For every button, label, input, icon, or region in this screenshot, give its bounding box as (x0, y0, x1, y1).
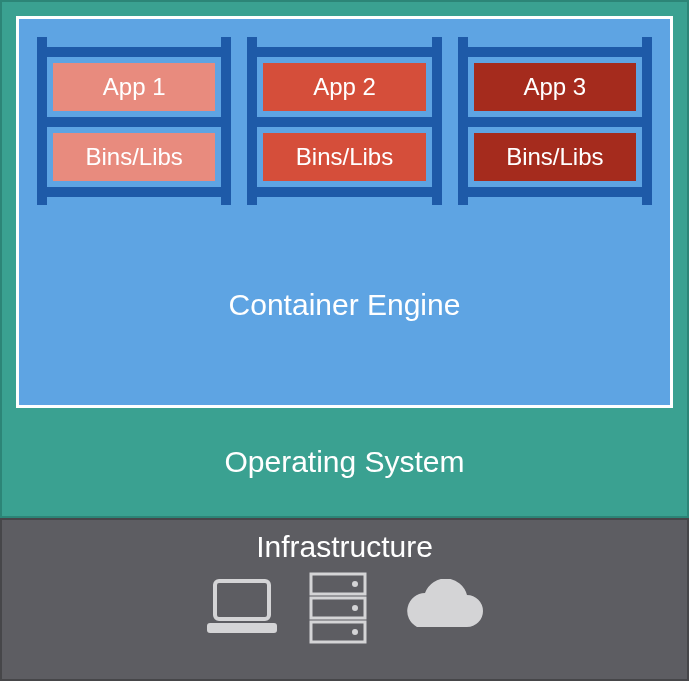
container-engine-box: App 1 Bins/Libs App 2 Bins/Libs App 3 (16, 16, 673, 408)
engine-label-area: Container Engine (37, 205, 652, 405)
rack-shelf-icon (37, 187, 231, 197)
operating-system-layer: App 1 Bins/Libs App 2 Bins/Libs App 3 (0, 0, 689, 518)
libs-block: Bins/Libs (263, 133, 425, 181)
rack-shelf-icon (458, 187, 652, 197)
infrastructure-layer: Infrastructure (0, 518, 689, 681)
app-block: App 2 (263, 63, 425, 111)
operating-system-label: Operating System (224, 445, 464, 479)
app-label: App 3 (523, 73, 586, 101)
app-block: App 3 (474, 63, 636, 111)
os-label-area: Operating System (16, 408, 673, 516)
rack-shelf-icon (247, 187, 441, 197)
infrastructure-label: Infrastructure (256, 530, 433, 564)
rack-shelf-icon (247, 117, 441, 127)
laptop-icon (203, 577, 281, 639)
rack-rail-icon (642, 37, 652, 205)
app-label: App 2 (313, 73, 376, 101)
rack-rail-icon (221, 37, 231, 205)
container-row: App 1 Bins/Libs App 2 Bins/Libs App 3 (37, 37, 652, 205)
libs-block: Bins/Libs (474, 133, 636, 181)
libs-label: Bins/Libs (506, 143, 603, 171)
container-3: App 3 Bins/Libs (458, 37, 652, 205)
server-icon (309, 572, 367, 644)
svg-rect-1 (207, 623, 277, 633)
container-2: App 2 Bins/Libs (247, 37, 441, 205)
rack-shelf-icon (37, 47, 231, 57)
container-1: App 1 Bins/Libs (37, 37, 231, 205)
rack-rail-icon (247, 37, 257, 205)
app-label: App 1 (103, 73, 166, 101)
libs-label: Bins/Libs (85, 143, 182, 171)
svg-rect-0 (215, 581, 269, 619)
rack-shelf-icon (458, 47, 652, 57)
app-block: App 1 (53, 63, 215, 111)
libs-label: Bins/Libs (296, 143, 393, 171)
rack-shelf-icon (458, 117, 652, 127)
container-engine-label: Container Engine (229, 288, 461, 322)
rack-rail-icon (432, 37, 442, 205)
libs-block: Bins/Libs (53, 133, 215, 181)
rack-rail-icon (458, 37, 468, 205)
cloud-icon (395, 579, 487, 637)
rack-shelf-icon (37, 117, 231, 127)
infrastructure-icons (203, 572, 487, 644)
rack-shelf-icon (247, 47, 441, 57)
rack-rail-icon (37, 37, 47, 205)
svg-point-7 (352, 629, 358, 635)
svg-point-6 (352, 605, 358, 611)
svg-point-5 (352, 581, 358, 587)
